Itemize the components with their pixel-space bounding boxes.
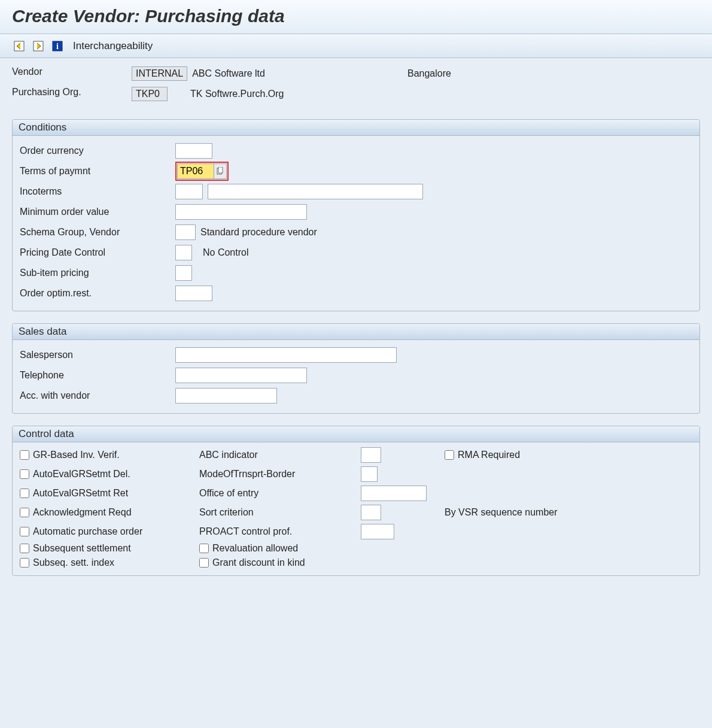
interchangeability-button[interactable]: Interchangeability: [73, 40, 153, 52]
order-currency-label: Order currency: [20, 145, 175, 156]
order-optim-label: Order optim.rest.: [20, 288, 175, 299]
acc-vendor-input[interactable]: [175, 388, 277, 404]
vendor-code-field: INTERNAL: [132, 66, 187, 81]
conditions-header: Conditions: [13, 120, 699, 136]
office-entry-label: Office of entry: [199, 488, 361, 499]
prev-screen-icon[interactable]: [12, 39, 26, 53]
min-order-input[interactable]: [175, 204, 307, 220]
pricing-date-input[interactable]: [175, 245, 192, 260]
info-icon[interactable]: i: [50, 39, 65, 53]
vendor-label: Vendor: [12, 66, 132, 81]
telephone-label: Telephone: [20, 370, 175, 381]
order-currency-input[interactable]: [175, 143, 212, 159]
acc-vendor-label: Acc. with vendor: [20, 390, 175, 401]
purch-org-code-field: TKP0: [132, 87, 168, 101]
control-group: Control data GR-Based Inv. Verif. ABC in…: [12, 426, 700, 576]
ack-reqd-checkbox[interactable]: Acknowledgment Reqd: [20, 507, 199, 518]
mode-transport-label: ModeOfTrnsprt-Border: [199, 469, 361, 480]
sales-header: Sales data: [13, 324, 699, 340]
telephone-input[interactable]: [175, 368, 307, 383]
pricing-date-text: No Control: [203, 247, 248, 258]
incoterms-code-input[interactable]: [175, 184, 203, 199]
terms-paymnt-f4-button[interactable]: [214, 163, 227, 179]
sort-criterion-input[interactable]: [361, 505, 381, 520]
revaluation-checkbox[interactable]: Revaluation allowed: [199, 543, 692, 554]
subs-settle-checkbox[interactable]: Subsequent settlement: [20, 543, 199, 554]
incoterms-text-input[interactable]: [208, 184, 423, 199]
svg-text:i: i: [56, 42, 59, 51]
mode-transport-input[interactable]: [361, 466, 378, 482]
subitem-pricing-label: Sub-item pricing: [20, 268, 175, 278]
terms-paymnt-highlight: [175, 162, 229, 181]
vendor-name: ABC Software ltd: [192, 68, 265, 79]
title-bar: Create Vendor: Purchasing data: [0, 0, 712, 34]
terms-paymnt-input[interactable]: [177, 163, 214, 179]
proact-label: PROACT control prof.: [199, 526, 361, 537]
next-screen-icon[interactable]: [31, 39, 45, 53]
purch-org-label: Purchasing Org.: [12, 87, 132, 101]
svg-rect-5: [218, 167, 223, 173]
order-optim-input[interactable]: [175, 286, 212, 301]
subs-index-checkbox[interactable]: Subseq. sett. index: [20, 557, 199, 568]
schema-group-input[interactable]: [175, 225, 196, 240]
schema-group-label: Schema Group, Vendor: [20, 227, 175, 238]
sort-criterion-text: By VSR sequence number: [445, 507, 692, 518]
search-help-icon: [217, 167, 224, 175]
header-area: Vendor INTERNAL ABC Software ltd Bangalo…: [12, 66, 700, 101]
auto-po-checkbox[interactable]: Automatic purchase order: [20, 526, 199, 537]
sales-group: Sales data Salesperson Telephone Acc. wi…: [12, 323, 700, 414]
pricing-date-label: Pricing Date Control: [20, 247, 175, 258]
terms-paymnt-label: Terms of paymnt: [20, 166, 175, 177]
vendor-city: Bangalore: [407, 68, 451, 79]
proact-input[interactable]: [361, 524, 394, 539]
min-order-label: Minimum order value: [20, 207, 175, 217]
autoeval-ret-checkbox[interactable]: AutoEvalGRSetmt Ret: [20, 488, 199, 499]
incoterms-label: Incoterms: [20, 186, 175, 197]
purch-org-name: TK Softwre.Purch.Org: [190, 89, 284, 99]
salesperson-label: Salesperson: [20, 350, 175, 360]
control-header: Control data: [13, 426, 699, 442]
toolbar: i Interchangeability: [0, 34, 712, 58]
gr-based-checkbox[interactable]: GR-Based Inv. Verif.: [20, 450, 199, 460]
schema-group-text: Standard procedure vendor: [200, 227, 317, 238]
rma-required-checkbox[interactable]: RMA Required: [445, 450, 692, 460]
conditions-group: Conditions Order currency Terms of paymn…: [12, 119, 700, 311]
salesperson-input[interactable]: [175, 347, 397, 363]
page-title: Create Vendor: Purchasing data: [12, 6, 700, 26]
autoeval-del-checkbox[interactable]: AutoEvalGRSetmt Del.: [20, 469, 199, 480]
grant-discount-checkbox[interactable]: Grant discount in kind: [199, 557, 692, 568]
abc-indicator-input[interactable]: [361, 447, 381, 463]
abc-indicator-label: ABC indicator: [199, 450, 361, 460]
office-entry-input[interactable]: [361, 486, 427, 501]
sort-criterion-label: Sort criterion: [199, 507, 361, 518]
subitem-pricing-input[interactable]: [175, 265, 192, 281]
